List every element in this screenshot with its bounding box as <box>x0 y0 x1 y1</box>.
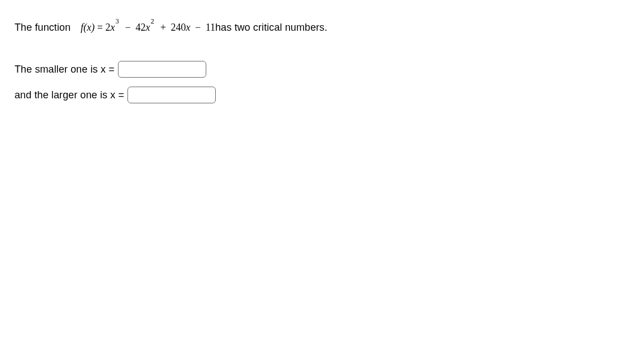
question-prefix: The function <box>15 22 70 34</box>
smaller-row: The smaller one is x = <box>15 61 629 78</box>
term4: 11 <box>206 22 215 33</box>
plus: + <box>155 22 171 33</box>
minus2: − <box>191 22 206 33</box>
term1-exp: 3 <box>115 17 119 26</box>
larger-label: and the larger one is x = <box>15 89 124 101</box>
term2-base: x <box>145 22 150 33</box>
question-suffix: has two critical numbers. <box>215 22 328 34</box>
term3-coef: 240 <box>171 22 186 33</box>
equals: = <box>94 22 105 33</box>
term3-base: x <box>186 22 191 33</box>
larger-row: and the larger one is x = <box>15 87 629 103</box>
term2-coef: 42 <box>135 22 145 33</box>
smaller-input[interactable] <box>118 61 206 78</box>
question-line: The function f(x) = 2x3 − 42x2 + 240x − … <box>15 10 629 45</box>
term2-exp: 2 <box>150 17 154 26</box>
math-expression: f(x) = 2x3 − 42x2 + 240x − 11 <box>70 10 215 45</box>
term1-base: x <box>110 22 115 33</box>
minus1: − <box>120 22 135 33</box>
larger-input[interactable] <box>127 87 216 103</box>
fx: f(x) <box>80 22 94 33</box>
smaller-label: The smaller one is x = <box>15 64 115 75</box>
